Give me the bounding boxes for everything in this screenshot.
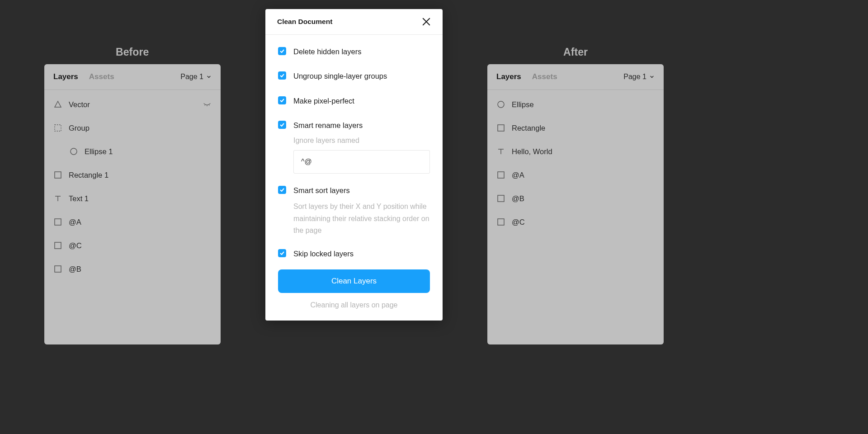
group-icon xyxy=(53,123,62,132)
square-icon xyxy=(53,264,62,274)
ignore-pattern-input[interactable] xyxy=(293,150,430,174)
layer-row[interactable]: Vector xyxy=(44,93,221,116)
check-icon xyxy=(279,48,285,54)
chevron-down-icon xyxy=(649,74,655,80)
clean-layers-button[interactable]: Clean Layers xyxy=(278,269,430,293)
layer-name: Text 1 xyxy=(69,194,212,203)
layer-name: Rectangle xyxy=(512,124,655,132)
layer-name: @A xyxy=(512,171,655,179)
square-icon xyxy=(53,170,62,179)
square-icon xyxy=(53,241,62,250)
layer-row[interactable]: @A xyxy=(44,210,221,234)
layer-row[interactable]: Text 1 xyxy=(44,187,221,210)
layer-name: @C xyxy=(69,241,212,250)
layer-row[interactable]: @B xyxy=(44,257,221,281)
tab-layers[interactable]: Layers xyxy=(53,72,78,81)
ignore-label: Ignore layers named xyxy=(293,137,430,145)
layer-name: @B xyxy=(512,194,655,203)
checkbox-skip-locked[interactable] xyxy=(278,249,286,257)
circle-icon xyxy=(496,100,505,109)
option-label: Smart rename layers xyxy=(293,120,430,130)
chevron-down-icon xyxy=(206,74,212,80)
clean-document-dialog: Clean Document Delete hidden layers Ungr… xyxy=(265,9,443,321)
check-icon xyxy=(279,122,285,127)
text-icon xyxy=(53,194,62,203)
layer-row[interactable]: Rectangle 1 xyxy=(44,163,221,187)
layer-name: Ellipse 1 xyxy=(85,147,212,156)
option-label: Delete hidden layers xyxy=(293,47,361,57)
close-icon xyxy=(421,16,432,27)
layer-name: Rectangle 1 xyxy=(69,171,212,179)
layer-row[interactable]: Rectangle xyxy=(487,116,664,140)
layer-row[interactable]: Ellipse 1 xyxy=(44,140,221,163)
layer-row[interactable]: @B xyxy=(487,187,664,210)
page-selector[interactable]: Page 1 xyxy=(623,73,655,81)
layer-row[interactable]: @A xyxy=(487,163,664,187)
page-selector[interactable]: Page 1 xyxy=(180,73,212,81)
check-icon xyxy=(279,73,285,78)
circle-icon xyxy=(69,147,78,156)
option-description: Sort layers by their X and Y position wh… xyxy=(293,201,430,236)
page-name: Page 1 xyxy=(180,73,203,81)
layer-name: Hello, World xyxy=(512,147,655,156)
triangle-icon xyxy=(53,100,62,109)
square-icon xyxy=(496,217,505,226)
checkbox-pixel-perfect[interactable] xyxy=(278,96,286,104)
dialog-title: Clean Document xyxy=(277,18,332,26)
before-label: Before xyxy=(116,46,149,58)
square-icon xyxy=(496,170,505,179)
status-hint: Cleaning all layers on page xyxy=(265,301,443,309)
checkbox-smart-rename[interactable] xyxy=(278,121,286,129)
checkbox-delete-hidden[interactable] xyxy=(278,47,286,55)
layer-row[interactable]: Group xyxy=(44,116,221,140)
layer-row[interactable]: Ellipse xyxy=(487,93,664,116)
option-label: Make pixel-perfect xyxy=(293,96,354,106)
layer-name: Ellipse xyxy=(512,100,655,109)
tab-assets[interactable]: Assets xyxy=(532,72,557,81)
check-icon xyxy=(279,250,285,256)
layer-row[interactable]: @C xyxy=(44,234,221,257)
square-icon xyxy=(53,217,62,226)
layer-name: Vector xyxy=(69,100,196,109)
layer-name: @B xyxy=(69,265,212,274)
after-label: After xyxy=(563,46,588,58)
checkbox-smart-sort[interactable] xyxy=(278,186,286,194)
hidden-icon[interactable] xyxy=(203,99,212,110)
close-button[interactable] xyxy=(421,16,432,27)
layer-row[interactable]: Hello, World xyxy=(487,140,664,163)
option-label: Smart sort layers xyxy=(293,185,430,195)
layer-name: @C xyxy=(512,218,655,226)
tab-layers[interactable]: Layers xyxy=(496,72,521,81)
option-label: Ungroup single-layer groups xyxy=(293,71,387,81)
layer-name: @A xyxy=(69,218,212,226)
square-icon xyxy=(496,194,505,203)
layer-name: Group xyxy=(69,124,212,132)
text-icon xyxy=(496,147,505,156)
page-name: Page 1 xyxy=(623,73,646,81)
check-icon xyxy=(279,98,285,103)
layers-panel-before: Layers Assets Page 1 VectorGroupEllipse … xyxy=(44,64,221,344)
layers-panel-after: Layers Assets Page 1 EllipseRectangleHel… xyxy=(487,64,664,344)
square-icon xyxy=(496,123,505,132)
check-icon xyxy=(279,187,285,193)
tab-assets[interactable]: Assets xyxy=(89,72,114,81)
layer-row[interactable]: @C xyxy=(487,210,664,234)
checkbox-ungroup-single[interactable] xyxy=(278,71,286,80)
option-label: Skip locked layers xyxy=(293,249,354,259)
